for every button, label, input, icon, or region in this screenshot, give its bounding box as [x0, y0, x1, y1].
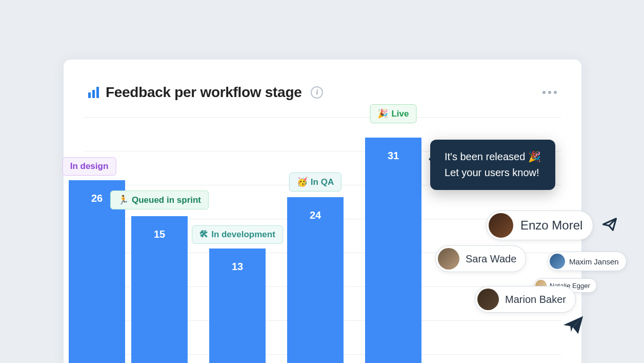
user-name: Marion Baker — [505, 294, 566, 305]
bar-live[interactable]: 31 — [365, 138, 421, 363]
stage-label-text: Queued in sprint — [132, 195, 201, 205]
bar-queued[interactable]: 15 — [131, 216, 188, 363]
stage-label-text: Live — [391, 109, 409, 119]
stage-label-text: In QA — [311, 177, 334, 187]
bar-chart-icon — [88, 87, 99, 98]
stage-emoji: 🏃 — [118, 195, 129, 205]
bar-in-qa[interactable]: 24 — [287, 197, 344, 363]
more-options-button[interactable] — [542, 91, 557, 94]
paper-plane-icon — [561, 313, 585, 337]
paper-plane-icon — [602, 217, 617, 232]
avatar — [477, 289, 499, 310]
bar-value: 31 — [388, 150, 399, 161]
avatar — [550, 254, 565, 269]
user-name: Enzo Morel — [520, 218, 582, 233]
bar-value: 26 — [91, 193, 103, 204]
stage-label-in-qa: 🥳 In QA — [289, 173, 341, 192]
callout-line-2: Let your users know! — [445, 165, 541, 181]
info-icon[interactable] — [311, 86, 323, 99]
stage-emoji: 🥳 — [297, 177, 308, 187]
user-chip-maxim-jansen[interactable]: Maxim Jansen — [548, 252, 627, 271]
stage-label-queued: 🏃 Queued in sprint — [110, 190, 209, 209]
stage-label-live: 🎉 Live — [370, 104, 416, 123]
user-chip-marion-baker[interactable]: Marion Baker — [475, 286, 576, 313]
stage-label-text: In design — [70, 161, 109, 171]
stage-label-in-development: 🛠 In development — [192, 225, 283, 244]
stage-label-text: In development — [211, 230, 275, 240]
user-chip-enzo-morel[interactable]: Enzo Morel — [486, 211, 593, 240]
stage-emoji: 🛠 — [199, 230, 208, 240]
bar-in-development[interactable]: 13 — [209, 249, 266, 363]
user-name: Sara Wade — [466, 253, 516, 265]
card-title: Feedback per workflow stage — [106, 84, 301, 101]
bar-value: 24 — [310, 209, 321, 221]
stage-emoji: 🎉 — [377, 108, 388, 119]
callout-line-1: It's been released 🎉 — [445, 149, 541, 165]
user-name: Maxim Jansen — [569, 257, 619, 266]
user-chip-sara-wade[interactable]: Sara Wade — [435, 245, 526, 272]
avatar — [438, 248, 459, 270]
stage-label-in-design: In design — [63, 157, 116, 176]
avatar — [489, 213, 513, 238]
bar-value: 15 — [154, 228, 165, 240]
card-header: Feedback per workflow stage — [64, 60, 581, 101]
bar-value: 13 — [232, 261, 243, 272]
release-callout: It's been released 🎉 Let your users know… — [430, 140, 555, 190]
